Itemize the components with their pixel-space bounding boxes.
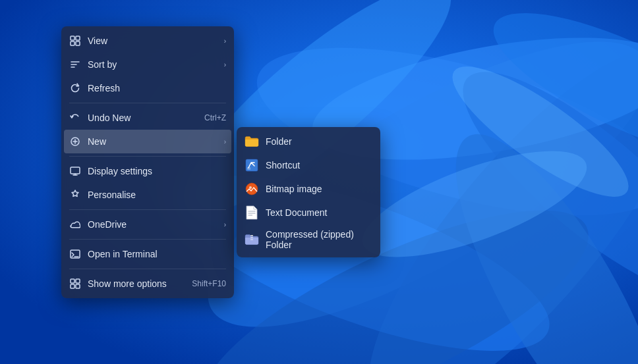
menu-item-view[interactable]: View › xyxy=(61,29,234,53)
menu-item-personalise[interactable]: Personalise xyxy=(61,183,234,207)
text-doc-icon xyxy=(245,205,259,220)
divider-5 xyxy=(69,269,226,269)
folder-label: Folder xyxy=(266,136,292,147)
new-arrow: › xyxy=(224,138,226,145)
svg-point-25 xyxy=(246,183,258,195)
text-doc-label: Text Document xyxy=(266,207,327,218)
onedrive-icon xyxy=(69,219,81,230)
svg-rect-15 xyxy=(71,41,74,45)
divider-1 xyxy=(69,103,226,103)
onedrive-arrow: › xyxy=(224,221,226,228)
sort-arrow: › xyxy=(224,61,226,68)
refresh-label: Refresh xyxy=(88,83,226,93)
more-options-shortcut: Shift+F10 xyxy=(192,279,226,288)
svg-rect-13 xyxy=(71,36,74,40)
menu-item-display[interactable]: Display settings xyxy=(61,159,234,183)
svg-rect-14 xyxy=(76,36,80,40)
submenu-item-zip[interactable]: Compressed (zipped) Folder xyxy=(237,224,380,255)
svg-rect-38 xyxy=(71,279,74,283)
zip-icon xyxy=(245,232,259,247)
divider-4 xyxy=(69,239,226,240)
new-submenu: Folder Shortcut xyxy=(237,127,380,257)
new-icon xyxy=(69,136,81,147)
svg-rect-39 xyxy=(76,279,80,283)
display-label: Display settings xyxy=(88,166,226,176)
menu-item-more-options[interactable]: Show more options Shift+F10 xyxy=(61,272,234,296)
display-icon xyxy=(69,165,81,177)
menu-item-refresh[interactable]: Refresh xyxy=(61,76,234,100)
personalise-icon xyxy=(69,189,81,201)
terminal-label: Open in Terminal xyxy=(88,249,226,259)
submenu-item-shortcut[interactable]: Shortcut xyxy=(237,153,380,177)
svg-rect-40 xyxy=(71,284,74,288)
new-label: New xyxy=(88,136,221,147)
terminal-icon xyxy=(69,248,81,260)
sort-label: Sort by xyxy=(88,59,221,70)
context-menu: View › Sort by › Refresh Undo New Ctrl+Z xyxy=(61,26,234,298)
onedrive-label: OneDrive xyxy=(88,219,221,230)
zip-label: Compressed (zipped) Folder xyxy=(266,229,372,250)
refresh-icon xyxy=(69,82,81,94)
svg-point-26 xyxy=(249,186,252,189)
menu-item-onedrive[interactable]: OneDrive › xyxy=(61,213,234,236)
menu-item-new[interactable]: New › Folder xyxy=(64,130,231,153)
submenu-item-bitmap[interactable]: Bitmap image xyxy=(237,177,380,201)
svg-rect-30 xyxy=(250,235,253,236)
svg-rect-32 xyxy=(250,239,253,240)
undo-icon xyxy=(69,112,81,124)
personalise-label: Personalise xyxy=(88,190,226,200)
shortcut-icon xyxy=(245,158,259,172)
view-icon xyxy=(69,35,81,47)
undo-label: Undo New xyxy=(88,113,199,123)
submenu-item-folder[interactable]: Folder xyxy=(237,130,380,153)
menu-item-terminal[interactable]: Open in Terminal xyxy=(61,242,234,266)
submenu-item-text[interactable]: Text Document xyxy=(237,201,380,224)
bitmap-label: Bitmap image xyxy=(266,184,322,194)
view-label: View xyxy=(88,36,221,46)
svg-rect-31 xyxy=(250,237,253,238)
more-options-label: Show more options xyxy=(88,278,187,289)
bitmap-icon xyxy=(245,182,259,196)
view-arrow: › xyxy=(224,38,226,45)
context-menu-container: View › Sort by › Refresh Undo New Ctrl+Z xyxy=(61,26,234,298)
svg-rect-41 xyxy=(76,284,80,288)
folder-icon xyxy=(245,134,259,149)
divider-3 xyxy=(69,209,226,210)
svg-rect-24 xyxy=(247,167,250,170)
sort-icon xyxy=(69,59,81,70)
svg-rect-33 xyxy=(71,167,80,174)
menu-item-sort[interactable]: Sort by › xyxy=(61,53,234,76)
shortcut-label: Shortcut xyxy=(266,160,300,170)
divider-2 xyxy=(69,156,226,157)
svg-rect-16 xyxy=(76,41,80,45)
undo-shortcut: Ctrl+Z xyxy=(204,113,226,122)
menu-item-undo[interactable]: Undo New Ctrl+Z xyxy=(61,106,234,130)
more-options-icon xyxy=(69,278,81,290)
